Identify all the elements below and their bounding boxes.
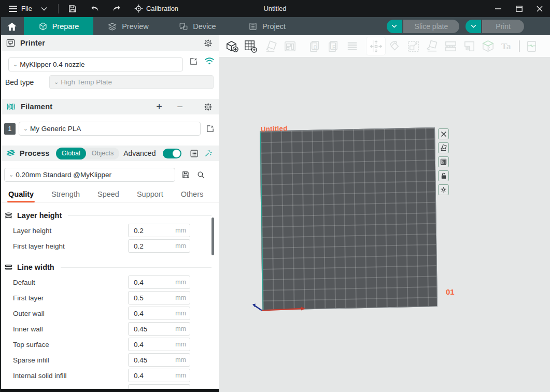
param-label: Sparse infill bbox=[13, 356, 49, 364]
minimize-button[interactable] bbox=[488, 0, 509, 17]
filament-preset-select[interactable]: ⌄ My Generic PLA bbox=[19, 122, 201, 136]
project-icon bbox=[248, 22, 258, 31]
tab-prepare[interactable]: Prepare bbox=[24, 17, 93, 35]
edit-filament-button[interactable] bbox=[206, 124, 215, 133]
maximize-button[interactable] bbox=[509, 0, 529, 17]
chevron-down-icon bbox=[41, 7, 47, 11]
plate-settings-button[interactable] bbox=[438, 184, 449, 195]
slice-plate-dropdown[interactable] bbox=[387, 20, 402, 33]
bed-type-label: Bed type bbox=[4, 78, 49, 86]
orient-plate-button[interactable] bbox=[438, 142, 449, 153]
scene-3d[interactable]: Untitled 01 bbox=[219, 57, 550, 392]
first-layer-height-input[interactable] bbox=[128, 239, 190, 253]
slice-plate-button[interactable]: Slice plate bbox=[403, 20, 460, 33]
save-button[interactable] bbox=[66, 3, 79, 15]
split-objects-icon bbox=[444, 39, 458, 53]
add-filament-button[interactable]: + bbox=[153, 101, 165, 113]
default-line-width-input[interactable] bbox=[128, 275, 190, 289]
internal-solid-infill-line-width-input[interactable] bbox=[128, 369, 190, 382]
mesh-boolean-button[interactable] bbox=[478, 37, 497, 55]
print-button[interactable]: Print bbox=[482, 20, 524, 33]
magic-wand-button[interactable] bbox=[204, 149, 213, 158]
param-label: Top surface bbox=[13, 341, 49, 349]
first-layer-line-width-input[interactable] bbox=[128, 291, 190, 304]
add-object-button[interactable] bbox=[222, 37, 241, 55]
undo-button[interactable] bbox=[89, 3, 102, 15]
viewport-toolbar: 0 P bbox=[219, 35, 550, 57]
sparse-infill-line-width-input[interactable] bbox=[128, 353, 190, 367]
lock-icon bbox=[441, 172, 447, 179]
delete-plate-button[interactable] bbox=[438, 128, 449, 139]
calibration-button[interactable]: Calibration bbox=[132, 4, 180, 13]
scale-tool-button[interactable] bbox=[404, 37, 422, 55]
top-surface-line-width-input[interactable] bbox=[128, 338, 190, 351]
redo-button[interactable] bbox=[109, 3, 123, 15]
split-to-parts-button[interactable] bbox=[460, 37, 478, 55]
filament-settings-button[interactable] bbox=[204, 103, 213, 111]
viewport: 0 P bbox=[219, 35, 550, 392]
outer-wall-line-width-input[interactable] bbox=[128, 307, 190, 320]
home-button[interactable] bbox=[0, 17, 24, 35]
printer-connection-button[interactable] bbox=[204, 57, 215, 65]
advanced-toggle[interactable] bbox=[163, 149, 181, 158]
file-menu-chevron[interactable] bbox=[37, 3, 51, 15]
device-icon bbox=[179, 22, 188, 31]
rotate-tool-button[interactable] bbox=[385, 37, 404, 55]
file-menu-button[interactable]: File bbox=[5, 3, 35, 14]
close-button[interactable] bbox=[529, 0, 550, 17]
save-icon bbox=[68, 4, 77, 13]
copy-button[interactable]: 0 bbox=[305, 37, 324, 55]
tab-speed[interactable]: Speed bbox=[97, 190, 119, 202]
paste-button[interactable]: P bbox=[324, 37, 343, 55]
sidebar-scrollbar[interactable] bbox=[211, 217, 214, 255]
tab-support[interactable]: Support bbox=[137, 190, 163, 202]
tab-strength[interactable]: Strength bbox=[51, 190, 80, 202]
param-field: mm bbox=[128, 338, 190, 351]
bed-type-select[interactable]: ⌄ High Temp Plate bbox=[49, 75, 214, 89]
tab-project-label: Project bbox=[262, 22, 286, 31]
parameter-list-button[interactable] bbox=[190, 149, 199, 158]
tab-quality[interactable]: Quality bbox=[8, 190, 34, 202]
save-preset-button[interactable] bbox=[181, 170, 190, 179]
auto-orient-button[interactable] bbox=[262, 37, 280, 55]
lay-on-face-button[interactable] bbox=[422, 37, 441, 55]
build-plate[interactable] bbox=[260, 127, 438, 310]
tab-preview-label: Preview bbox=[122, 22, 149, 31]
variable-layer-height-button[interactable] bbox=[343, 37, 361, 55]
inner-wall-line-width-input[interactable] bbox=[128, 322, 190, 336]
param-label: Default bbox=[13, 279, 35, 286]
edit-icon bbox=[189, 57, 198, 66]
arrange-button[interactable] bbox=[280, 37, 299, 55]
param-label: Layer height bbox=[13, 227, 51, 235]
print-dropdown[interactable] bbox=[466, 20, 481, 33]
remove-filament-button[interactable]: − bbox=[174, 101, 186, 113]
arrange-icon bbox=[440, 158, 447, 165]
scope-global-option[interactable]: Global bbox=[56, 148, 86, 159]
plate-name-label[interactable]: Untitled bbox=[261, 124, 288, 133]
assembly-view-button[interactable] bbox=[523, 37, 541, 55]
tab-preview[interactable]: Preview bbox=[93, 17, 163, 35]
scope-objects-option[interactable]: Objects bbox=[86, 148, 119, 159]
search-preset-button[interactable] bbox=[196, 170, 205, 179]
layer-height-input[interactable] bbox=[128, 224, 190, 237]
toggle-knob bbox=[173, 150, 180, 157]
process-preset-select[interactable]: ⌄ 0.20mm Standard @MyKlipper bbox=[4, 168, 175, 182]
edit-printer-button[interactable] bbox=[189, 57, 198, 66]
printer-settings-button[interactable] bbox=[204, 39, 213, 48]
parameter-tabs: Quality Strength Speed Support Others bbox=[0, 182, 219, 203]
tab-others[interactable]: Others bbox=[181, 190, 204, 202]
sidebar: Printer ⌄ MyKlipper 0.4 nozzle Bed type … bbox=[0, 35, 219, 392]
printer-preset-select[interactable]: ⌄ MyKlipper 0.4 nozzle bbox=[8, 57, 183, 71]
tab-device[interactable]: Device bbox=[163, 17, 232, 35]
filament-icon bbox=[6, 103, 16, 111]
lock-plate-button[interactable] bbox=[438, 170, 449, 181]
tab-project[interactable]: Project bbox=[232, 17, 302, 35]
wifi-icon bbox=[204, 57, 215, 65]
move-tool-button[interactable] bbox=[366, 37, 385, 55]
text-tool-button[interactable]: Ta bbox=[497, 37, 516, 55]
add-plate-button[interactable] bbox=[241, 37, 260, 55]
auto-orient-icon bbox=[264, 39, 278, 53]
split-to-objects-button[interactable] bbox=[441, 37, 460, 55]
svg-text:0: 0 bbox=[314, 43, 317, 50]
arrange-plate-button[interactable] bbox=[438, 156, 449, 167]
